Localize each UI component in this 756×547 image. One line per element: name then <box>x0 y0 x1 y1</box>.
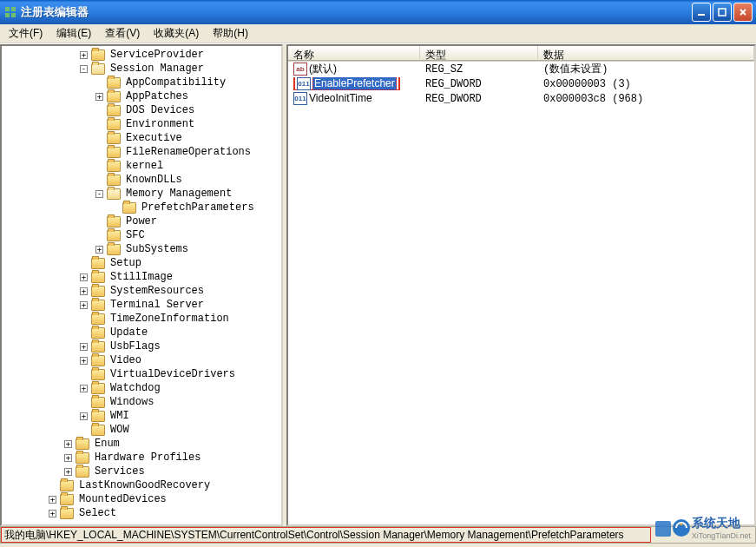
menu-favorites[interactable]: 收藏夹(A) <box>147 24 206 43</box>
tree-node-session-manager[interactable]: -Session Manager <box>2 62 281 76</box>
tree-toggle[interactable]: + <box>64 454 72 462</box>
tree-label: SubSystems <box>124 243 190 255</box>
tree-label: StillImage <box>108 271 174 283</box>
folder-closed-icon <box>107 230 121 241</box>
tree-node-update[interactable]: Update <box>2 326 281 339</box>
tree-node-knowndlls[interactable]: KnownDLLs <box>2 173 281 187</box>
header-type[interactable]: 类型 <box>420 46 538 61</box>
tree-toggle[interactable]: + <box>80 343 88 351</box>
tree-node-mounteddevices[interactable]: +MountedDevices <box>2 492 281 506</box>
list-row[interactable]: ab(默认)REG_SZ(数值未设置) <box>288 62 754 76</box>
header-data[interactable]: 数据 <box>538 46 754 61</box>
tree-node-memory-management[interactable]: -Memory Management <box>2 187 281 201</box>
tree-node-windows[interactable]: Windows <box>2 395 281 409</box>
tree-node-video[interactable]: +Video <box>2 353 281 367</box>
tree-node-dos-devices[interactable]: DOS Devices <box>2 103 281 117</box>
tree-toggle[interactable]: + <box>80 274 88 281</box>
tree-label: kernel <box>124 160 165 172</box>
menu-file[interactable]: 文件(F) <box>2 24 49 43</box>
tree-label: WOW <box>108 424 131 436</box>
tree-node-hardware-profiles[interactable]: +Hardware Profiles <box>2 451 281 465</box>
folder-closed-icon <box>107 91 121 102</box>
tree-label: LastKnownGoodRecovery <box>77 479 212 491</box>
cell-data: 0x000003c8 (968) <box>538 93 754 105</box>
tree-label: Executive <box>124 132 184 144</box>
folder-closed-icon <box>107 77 121 89</box>
tree-toggle[interactable]: + <box>80 357 88 365</box>
tree-toggle[interactable]: - <box>80 65 88 73</box>
maximize-button[interactable] <box>713 3 732 22</box>
tree-node-serviceprovider[interactable]: +ServiceProvider <box>2 48 281 62</box>
tree-node-usbflags[interactable]: +UsbFlags <box>2 339 281 353</box>
tree-label: Enum <box>93 438 122 450</box>
list-row[interactable]: 011VideoInitTimeREG_DWORD0x000003c8 (968… <box>288 91 754 106</box>
svg-rect-1 <box>11 7 16 11</box>
tree-toggle[interactable]: + <box>80 301 88 309</box>
tree-node-wow[interactable]: WOW <box>2 423 281 437</box>
tree-node-executive[interactable]: Executive <box>2 131 281 145</box>
folder-closed-icon <box>107 119 121 130</box>
tree-toggle[interactable]: + <box>80 385 88 392</box>
tree-node-subsystems[interactable]: +SubSystems <box>2 242 281 256</box>
folder-closed-icon <box>91 411 105 422</box>
tree-node-wmi[interactable]: +WMI <box>2 409 281 423</box>
svg-rect-0 <box>5 7 10 11</box>
tree-node-terminal-server[interactable]: +Terminal Server <box>2 298 281 312</box>
close-button[interactable] <box>733 3 753 22</box>
tree-label: SystemResources <box>108 285 206 297</box>
tree-toggle[interactable]: + <box>80 287 88 295</box>
folder-closed-icon <box>122 202 136 214</box>
tree-node-environment[interactable]: Environment <box>2 117 281 131</box>
tree-toggle[interactable]: + <box>95 246 103 254</box>
tree-node-appcompatibility[interactable]: AppCompatibility <box>2 76 281 89</box>
tree-node-filerenameoperations[interactable]: FileRenameOperations <box>2 145 281 159</box>
tree-toggle[interactable]: - <box>95 190 103 198</box>
tree-pane[interactable]: +ServiceProvider-Session ManagerAppCompa… <box>0 44 283 526</box>
tree-toggle[interactable]: + <box>64 468 72 476</box>
list-row[interactable]: 011EnablePrefetcherREG_DWORD0x00000003 (… <box>288 76 754 91</box>
tree-node-lastknowngoodrecovery[interactable]: LastKnownGoodRecovery <box>2 478 281 492</box>
tree-node-select[interactable]: +Select <box>2 506 281 520</box>
list-header: 名称 类型 数据 <box>288 46 754 62</box>
folder-closed-icon <box>107 105 121 116</box>
tree-node-timezoneinformation[interactable]: TimeZoneInformation <box>2 312 281 326</box>
tree-toggle[interactable]: + <box>80 51 88 59</box>
list-pane[interactable]: 名称 类型 数据 ab(默认)REG_SZ(数值未设置)011EnablePre… <box>286 44 756 526</box>
tree-node-prefetchparameters[interactable]: PrefetchParameters <box>2 201 281 214</box>
folder-closed-icon <box>91 272 105 283</box>
menu-edit[interactable]: 编辑(E) <box>49 24 98 43</box>
tree-toggle[interactable]: + <box>64 440 72 448</box>
tree-node-apppatches[interactable]: +AppPatches <box>2 89 281 103</box>
tree-node-setup[interactable]: Setup <box>2 256 281 270</box>
tree-node-power[interactable]: Power <box>2 214 281 228</box>
folder-closed-icon <box>91 341 105 353</box>
minimize-button[interactable] <box>692 3 711 22</box>
folder-open-icon <box>91 63 105 75</box>
tree-label: Session Manager <box>108 63 206 75</box>
tree-node-systemresources[interactable]: +SystemResources <box>2 284 281 298</box>
tree-label: Setup <box>108 257 143 269</box>
cell-type: REG_SZ <box>420 63 538 76</box>
tree-node-sfc[interactable]: SFC <box>2 228 281 242</box>
tree-node-kernel[interactable]: kernel <box>2 159 281 173</box>
menu-view[interactable]: 查看(V) <box>98 24 147 43</box>
tree-label: Services <box>93 465 147 478</box>
tree-label: MountedDevices <box>77 493 168 505</box>
tree-node-watchdog[interactable]: +Watchdog <box>2 381 281 395</box>
dword-value-icon: 011 <box>297 77 311 90</box>
tree-toggle[interactable]: + <box>95 93 103 101</box>
tree-toggle[interactable]: + <box>80 412 88 420</box>
folder-closed-icon <box>107 161 121 172</box>
folder-closed-icon <box>76 466 89 478</box>
tree-toggle[interactable]: + <box>49 510 56 517</box>
menu-help[interactable]: 帮助(H) <box>206 24 255 43</box>
tree-toggle[interactable]: + <box>49 496 56 504</box>
folder-closed-icon <box>76 438 89 450</box>
tree-node-virtualdevicedrivers[interactable]: VirtualDeviceDrivers <box>2 367 281 381</box>
tree-node-stillimage[interactable]: +StillImage <box>2 270 281 284</box>
cell-name: 011EnablePrefetcher <box>288 77 420 90</box>
menubar: 文件(F) 编辑(E) 查看(V) 收藏夹(A) 帮助(H) <box>0 24 756 43</box>
tree-node-enum[interactable]: +Enum <box>2 437 281 451</box>
header-name[interactable]: 名称 <box>288 46 420 61</box>
tree-node-services[interactable]: +Services <box>2 465 281 478</box>
